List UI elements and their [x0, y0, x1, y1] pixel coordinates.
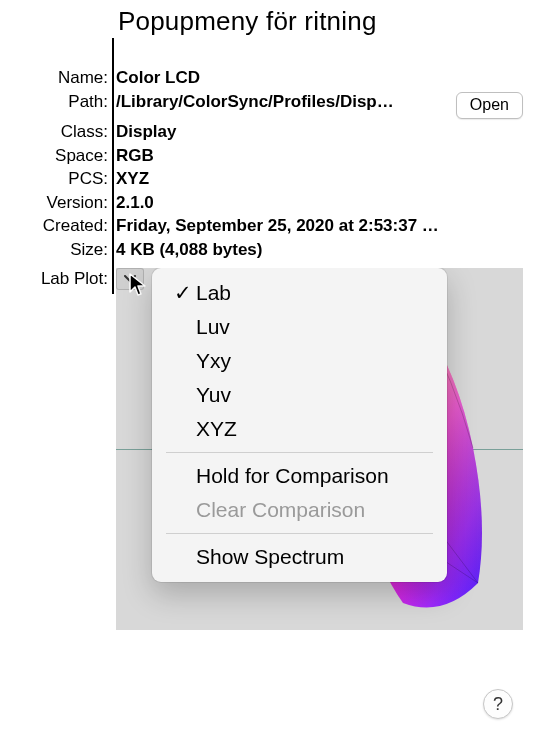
label-path: Path:	[14, 92, 108, 112]
menu-item-lab[interactable]: ✓ Lab	[152, 276, 447, 310]
value-name: Color LCD	[116, 68, 448, 88]
menu-item-label: Yxy	[196, 349, 231, 373]
menu-item-label: Hold for Comparison	[196, 464, 389, 488]
lab-plot-area[interactable]: ✓ Lab Luv Yxy Yuv XYZ	[116, 268, 523, 630]
value-path: /Library/ColorSync/Profiles/Disp…	[116, 92, 448, 112]
label-pcs: PCS:	[14, 169, 108, 189]
menu-item-show-spectrum[interactable]: Show Spectrum	[152, 540, 447, 574]
label-space: Space:	[14, 146, 108, 166]
label-version: Version:	[14, 193, 108, 213]
menu-item-label: XYZ	[196, 417, 237, 441]
value-size: 4 KB (4,088 bytes)	[116, 240, 448, 260]
menu-separator	[166, 452, 433, 453]
menu-item-label: Lab	[196, 281, 231, 305]
value-pcs: XYZ	[116, 169, 448, 189]
help-button[interactable]: ?	[483, 689, 513, 719]
menu-item-xyz[interactable]: XYZ	[152, 412, 447, 446]
menu-item-label: Clear Comparison	[196, 498, 365, 522]
value-class: Display	[116, 122, 448, 142]
value-created: Friday, September 25, 2020 at 2:53:37 P…	[116, 216, 448, 236]
value-version: 2.1.0	[116, 193, 448, 213]
plot-row: Lab Plot:	[14, 268, 523, 630]
value-space: RGB	[116, 146, 448, 166]
checkmark-icon: ✓	[174, 281, 196, 305]
menu-item-yuv[interactable]: Yuv	[152, 378, 447, 412]
profile-info-table: Name: Color LCD Path: /Library/ColorSync…	[14, 68, 523, 260]
label-created: Created:	[14, 216, 108, 236]
menu-item-label: Yuv	[196, 383, 231, 407]
label-name: Name:	[14, 68, 108, 88]
plot-mode-popup-menu: ✓ Lab Luv Yxy Yuv XYZ	[152, 268, 447, 582]
label-class: Class:	[14, 122, 108, 142]
label-lab-plot: Lab Plot:	[14, 268, 108, 630]
menu-item-label: Luv	[196, 315, 230, 339]
callout-label: Popupmeny för ritning	[118, 6, 377, 37]
chevron-down-icon	[124, 275, 136, 283]
menu-separator	[166, 533, 433, 534]
menu-item-yxy[interactable]: Yxy	[152, 344, 447, 378]
menu-item-hold-comparison[interactable]: Hold for Comparison	[152, 459, 447, 493]
open-button[interactable]: Open	[456, 92, 523, 119]
plot-mode-dropdown[interactable]	[116, 268, 144, 290]
menu-item-luv[interactable]: Luv	[152, 310, 447, 344]
menu-item-clear-comparison: Clear Comparison	[152, 493, 447, 527]
label-size: Size:	[14, 240, 108, 260]
profile-inspector-panel: Name: Color LCD Path: /Library/ColorSync…	[14, 68, 523, 727]
menu-item-label: Show Spectrum	[196, 545, 344, 569]
